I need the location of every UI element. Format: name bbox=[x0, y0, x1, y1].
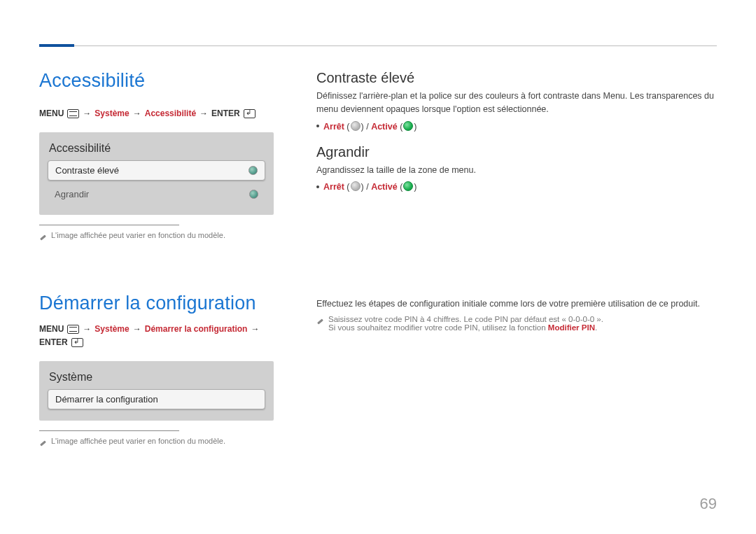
toggle-indicator-icon bbox=[248, 166, 258, 175]
paren: ( bbox=[346, 182, 349, 192]
note-icon bbox=[39, 438, 47, 446]
bullet-icon bbox=[316, 185, 319, 188]
note-pin-modifier: Modifier PIN bbox=[548, 323, 595, 332]
section-accessibilite-left: Accessibilité MENU → Système → Accessibi… bbox=[39, 70, 274, 240]
breadcrumb-demarrer-path: Démarrer la configuration bbox=[145, 324, 248, 334]
thin-divider bbox=[39, 225, 179, 225]
thin-divider bbox=[39, 430, 179, 431]
paren: ) bbox=[414, 122, 416, 132]
heading-accessibilite: Accessibilité bbox=[39, 70, 274, 92]
breadcrumb-systeme: Système bbox=[94, 324, 129, 334]
state-off-icon bbox=[351, 121, 360, 131]
note-pin: Saisissez votre code PIN à 4 chiffres. L… bbox=[316, 315, 717, 332]
heading-demarrer: Démarrer la configuration bbox=[39, 293, 274, 314]
footnote-text: L'image affichée peut varier en fonction… bbox=[51, 437, 225, 445]
panel-item-agrandir[interactable]: Agrandir bbox=[48, 185, 265, 204]
note-pin-line2a: Si vous souhaitez modifier votre code PI… bbox=[328, 323, 548, 332]
document-page: Accessibilité MENU → Système → Accessibi… bbox=[0, 0, 756, 534]
arrow-icon: → bbox=[200, 108, 208, 118]
panel-item-contraste[interactable]: Contraste élevé bbox=[48, 160, 265, 181]
arrow-icon: → bbox=[251, 324, 259, 334]
top-accent-bar bbox=[39, 44, 74, 47]
panel-item-label: Agrandir bbox=[55, 189, 89, 199]
option-off: Arrêt bbox=[323, 122, 344, 132]
paren: ) / bbox=[361, 122, 372, 132]
section-demarrer-left: Démarrer la configuration MENU → Système… bbox=[39, 293, 274, 446]
paren: ) bbox=[414, 182, 416, 192]
state-on-icon bbox=[403, 121, 413, 131]
footnote-accessibilite: L'image affichée peut varier en fonction… bbox=[39, 231, 274, 240]
paren: ( bbox=[346, 122, 349, 132]
enter-icon bbox=[244, 109, 255, 118]
breadcrumb-enter-label: ENTER bbox=[211, 108, 240, 118]
note-pin-line2c: . bbox=[595, 323, 597, 332]
state-on-icon bbox=[403, 181, 413, 191]
breadcrumb-menu-label: MENU bbox=[39, 324, 64, 334]
breadcrumb-accessibilite: MENU → Système → Accessibilité → ENTER bbox=[39, 108, 274, 118]
panel-title: Accessibilité bbox=[42, 139, 271, 160]
note-icon bbox=[39, 232, 47, 240]
panel-item-label: Contraste élevé bbox=[55, 165, 119, 176]
paren: ( bbox=[400, 182, 402, 192]
page-number: 69 bbox=[700, 495, 717, 513]
breadcrumb-demarrer: MENU → Système → Démarrer la configurati… bbox=[39, 324, 274, 347]
heading-agrandir: Agrandir bbox=[316, 144, 717, 160]
breadcrumb-enter-label: ENTER bbox=[39, 337, 68, 347]
note-pin-line1: Saisissez votre code PIN à 4 chiffres. L… bbox=[328, 315, 603, 323]
paragraph-contraste: Définissez l'arrière-plan et la police s… bbox=[316, 90, 717, 117]
menu-icon bbox=[67, 109, 79, 118]
top-divider bbox=[39, 45, 717, 46]
paragraph-demarrer: Effectuez les étapes de configuration in… bbox=[316, 297, 717, 311]
arrow-icon: → bbox=[133, 108, 141, 118]
panel-accessibilite: Accessibilité Contraste élevé Agrandir bbox=[39, 132, 274, 215]
breadcrumb-accessibilite-path: Accessibilité bbox=[145, 108, 196, 118]
footnote-text: L'image affichée peut varier en fonction… bbox=[51, 231, 225, 239]
state-off-icon bbox=[351, 181, 360, 191]
panel-title: Système bbox=[42, 368, 271, 389]
options-agrandir: Arrêt () / Activé () bbox=[316, 181, 717, 192]
paragraph-agrandir: Agrandissez la taille de la zone de menu… bbox=[316, 164, 717, 177]
arrow-icon: → bbox=[83, 108, 91, 118]
paren: ( bbox=[400, 122, 402, 132]
panel-systeme: Système Démarrer la configuration bbox=[39, 361, 274, 421]
option-on: Activé bbox=[371, 182, 398, 192]
note-icon bbox=[316, 316, 324, 324]
bullet-icon bbox=[316, 125, 319, 127]
footnote-demarrer: L'image affichée peut varier en fonction… bbox=[39, 437, 274, 446]
paren: ) / bbox=[361, 182, 372, 192]
section-demarrer-right: Effectuez les étapes de configuration in… bbox=[316, 297, 717, 332]
toggle-indicator-icon bbox=[249, 190, 258, 199]
enter-icon bbox=[71, 338, 83, 347]
panel-item-label: Démarrer la configuration bbox=[55, 394, 158, 405]
menu-icon bbox=[67, 325, 79, 334]
option-on: Activé bbox=[371, 122, 398, 132]
options-contraste: Arrêt () / Activé () bbox=[316, 121, 717, 132]
option-off: Arrêt bbox=[323, 182, 344, 192]
breadcrumb-menu-label: MENU bbox=[39, 108, 64, 118]
arrow-icon: → bbox=[133, 324, 141, 334]
arrow-icon: → bbox=[83, 324, 91, 334]
section-accessibilite-right: Contraste élevé Définissez l'arrière-pla… bbox=[316, 70, 717, 195]
breadcrumb-systeme: Système bbox=[94, 108, 129, 118]
panel-item-demarrer[interactable]: Démarrer la configuration bbox=[48, 389, 265, 409]
heading-contraste: Contraste élevé bbox=[316, 70, 717, 86]
